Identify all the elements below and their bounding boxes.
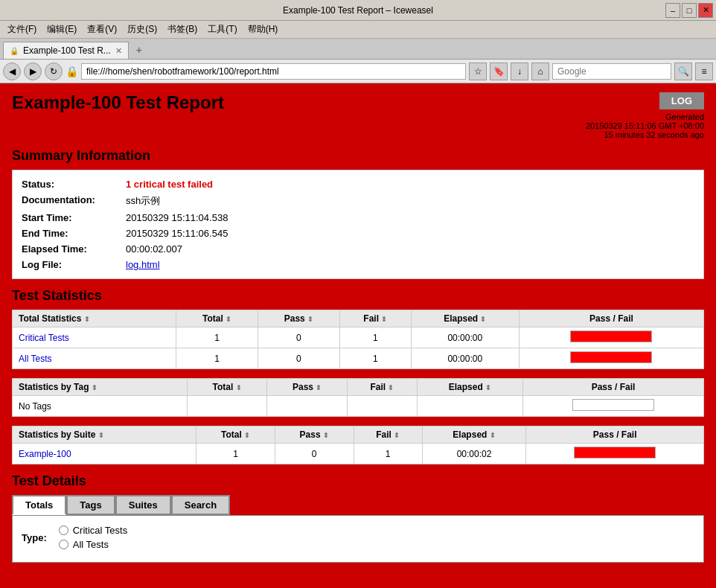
menu-bar: 文件(F) 编辑(E) 查看(V) 历史(S) 书签(B) 工具(T) 帮助(H… (0, 21, 716, 39)
log-button[interactable]: LOG (659, 92, 704, 109)
reload-button[interactable]: ↻ (45, 63, 63, 80)
tab-totals[interactable]: Totals (12, 495, 66, 515)
status-value: 1 critical test failed (126, 179, 213, 190)
suite-pass-header: Pass ⇕ (275, 426, 354, 444)
browser-tab[interactable]: 🔒 Example-100 Test R... ✕ (3, 42, 129, 59)
tab-search[interactable]: Search (171, 495, 230, 515)
critical-pass-fail-bar (570, 330, 652, 342)
menu-button[interactable]: ≡ (695, 63, 713, 80)
critical-fail: 1 (339, 327, 411, 348)
search-icon[interactable]: 🔍 (674, 63, 692, 80)
type-label: Type: (22, 532, 47, 543)
menu-tools[interactable]: 工具(T) (203, 22, 241, 37)
home-button[interactable]: ⌂ (531, 63, 549, 80)
window-title: Example-100 Test Report – Iceweasel (283, 5, 433, 16)
summary-row-status: Status: 1 critical test failed (22, 176, 694, 192)
critical-pass: 0 (258, 327, 339, 348)
type-row: Type: Critical Tests All Tests (22, 525, 694, 550)
suite-statistics-table: Statistics by Suite ⇕ Total ⇕ Pass ⇕ Fai… (12, 426, 704, 464)
minimize-button[interactable]: – (665, 3, 680, 18)
generated-ago: 15 minutes 32 seconds ago (586, 130, 704, 139)
no-tags-total (187, 396, 266, 417)
no-tags-bar (572, 399, 654, 411)
all-pass: 0 (258, 348, 339, 369)
radio-critical-label: Critical Tests (73, 525, 127, 536)
close-button[interactable]: ✕ (698, 3, 713, 18)
menu-edit[interactable]: 编辑(E) (42, 22, 81, 37)
total-stats-header: Total Statistics ⇕ (13, 310, 176, 327)
log-file-value: log.html (126, 259, 160, 270)
tabs-bar: Totals Tags Suites Search (12, 495, 704, 515)
all-tests-link[interactable]: All Tests (19, 354, 51, 364)
tag-stats-header: Statistics by Tag ⇕ (13, 379, 188, 396)
total-statistics-table: Total Statistics ⇕ Total ⇕ Pass ⇕ Fail ⇕… (12, 310, 704, 369)
tab-tags[interactable]: Tags (66, 495, 115, 515)
critical-fail-bar (571, 331, 651, 342)
menu-help[interactable]: 帮助(H) (243, 22, 283, 37)
critical-elapsed: 00:00:00 (411, 327, 519, 348)
pass-fail-col-header: Pass / Fail (519, 310, 703, 327)
all-bar-cell (519, 348, 703, 369)
address-input[interactable] (81, 63, 466, 80)
forward-button[interactable]: ▶ (24, 63, 42, 80)
radio-all-tests[interactable]: All Tests (59, 539, 127, 550)
new-tab-button[interactable]: + (132, 41, 147, 59)
menu-file[interactable]: 文件(F) (3, 22, 41, 37)
table-row: No Tags (13, 396, 704, 417)
total-col-header: Total ⇕ (176, 310, 258, 327)
critical-bar-cell (519, 327, 703, 348)
example100-pass: 0 (275, 444, 354, 464)
summary-table: Status: 1 critical test failed Documenta… (12, 170, 704, 279)
doc-value: ssh示例 (126, 194, 160, 208)
tab-bar: 🔒 Example-100 Test R... ✕ + (0, 39, 716, 60)
example100-bar-cell (526, 444, 704, 464)
bookmark-menu-button[interactable]: 🔖 (490, 63, 508, 80)
start-time-value: 20150329 15:11:04.538 (126, 212, 228, 223)
browser-search-input[interactable] (552, 63, 671, 80)
radio-critical-tests[interactable]: Critical Tests (59, 525, 127, 536)
critical-tests-link[interactable]: Critical Tests (19, 333, 69, 343)
menu-bookmarks[interactable]: 书签(B) (163, 22, 202, 37)
no-tags-cell: No Tags (13, 396, 188, 417)
menu-history[interactable]: 历史(S) (123, 22, 162, 37)
suite-pass-fail-header: Pass / Fail (526, 426, 704, 444)
all-total: 1 (176, 348, 258, 369)
all-pass-fail-bar (570, 351, 652, 363)
generated-info: Generated 20150329 15:11:06 GMT +08:00 1… (586, 112, 704, 139)
tab-suites[interactable]: Suites (115, 495, 171, 515)
all-elapsed: 00:00:00 (411, 348, 519, 369)
tag-statistics-table: Statistics by Tag ⇕ Total ⇕ Pass ⇕ Fail … (12, 378, 704, 417)
maximize-button[interactable]: □ (682, 3, 697, 18)
tab-close-button[interactable]: ✕ (115, 46, 122, 56)
browser-titlebar: Example-100 Test Report – Iceweasel – □ … (0, 0, 716, 21)
test-details-title: Test Details (12, 473, 704, 489)
bookmark-star-button[interactable]: ☆ (469, 63, 487, 80)
pass-col-header: Pass ⇕ (258, 310, 339, 327)
page-content: Example-100 Test Report LOG Generated 20… (0, 83, 716, 572)
address-bar: ◀ ▶ ↻ 🔒 ☆ 🔖 ↓ ⌂ 🔍 ≡ (0, 60, 716, 83)
elapsed-time-value: 00:00:02.007 (126, 243, 182, 255)
test-details-section: Totals Tags Suites Search Type: Critical… (12, 495, 704, 563)
menu-view[interactable]: 查看(V) (83, 22, 121, 37)
radio-all-input[interactable] (59, 540, 68, 549)
tab-favicon: 🔒 (10, 47, 19, 55)
summary-row-start: Start Time: 20150329 15:11:04.538 (22, 210, 694, 226)
summary-title: Summary Information (12, 148, 704, 164)
end-time-value: 20150329 15:11:06.545 (126, 228, 228, 239)
example100-link[interactable]: Example-100 (19, 449, 71, 459)
suite-fail-header: Fail ⇕ (354, 426, 422, 444)
fail-col-header: Fail ⇕ (339, 310, 411, 327)
example100-total: 1 (196, 444, 275, 464)
log-file-link[interactable]: log.html (126, 259, 160, 270)
tag-elapsed-header: Elapsed ⇕ (417, 379, 522, 396)
lock-icon: 🔒 (65, 65, 78, 77)
tag-pass-header: Pass ⇕ (267, 379, 348, 396)
suite-elapsed-header: Elapsed ⇕ (422, 426, 526, 444)
example100-bar (574, 447, 656, 458)
tag-pass-fail-header: Pass / Fail (523, 379, 704, 396)
download-button[interactable]: ↓ (511, 63, 528, 80)
radio-critical-input[interactable] (59, 525, 68, 535)
back-button[interactable]: ◀ (3, 63, 21, 80)
summary-row-log: Log File: log.html (22, 257, 694, 272)
critical-tests-cell: Critical Tests (13, 327, 176, 348)
